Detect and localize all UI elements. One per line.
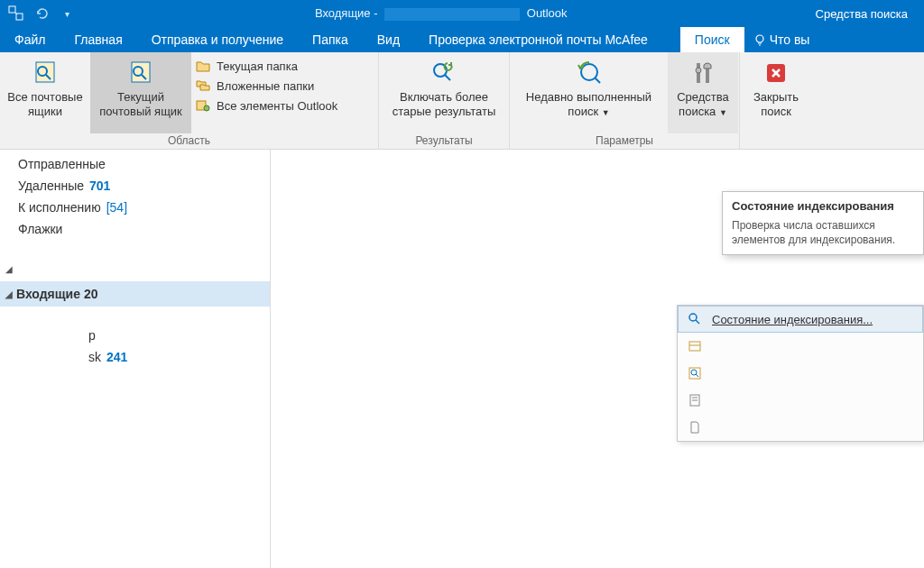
indexing-status-label: Состояние индексирования... xyxy=(712,313,914,326)
tab-search[interactable]: Поиск xyxy=(680,27,744,52)
account-header[interactable]: ◢ xyxy=(0,256,270,281)
svg-line-27 xyxy=(696,374,698,377)
folder-inbox-label: Входящие xyxy=(16,287,80,301)
indexing-status-item[interactable]: Состояние индексирования... xyxy=(678,306,923,333)
title-account-redacted xyxy=(384,8,520,21)
folder-followup-label: К исполнению xyxy=(18,200,101,215)
subfolders-label: Вложенные папки xyxy=(217,79,314,93)
tab-sendreceive[interactable]: Отправка и получение xyxy=(137,27,298,52)
dropdown-item-4[interactable] xyxy=(678,387,923,414)
outlook-items-icon xyxy=(195,97,211,114)
dropdown-item-3[interactable] xyxy=(678,360,923,387)
group-options: Недавно выполненный поиск ▼ Средства пои… xyxy=(510,52,740,149)
svg-point-12 xyxy=(204,105,209,111)
search-tools-dropdown: Состояние индексирования... xyxy=(677,305,924,442)
mailbox-search-icon xyxy=(126,58,155,88)
group-scope: Все почтовые ящики Текущий почтовый ящик… xyxy=(0,52,379,149)
folder-icon xyxy=(195,58,211,74)
include-older-button[interactable]: Включать более старые результаты xyxy=(379,52,509,133)
title-suffix: Outlook xyxy=(527,6,568,20)
subfolders-item[interactable]: Вложенные папки xyxy=(195,78,337,94)
folder-pane: Отправленные Удаленные 701 К исполнению … xyxy=(0,150,271,568)
tooltip: Состояние индексирования Проверка числа … xyxy=(722,191,924,255)
search-tools-button[interactable]: Средства поиска ▼ xyxy=(668,52,738,133)
tools-icon xyxy=(689,58,716,88)
lightbulb-icon xyxy=(753,33,766,46)
current-folder-label: Текущая папка xyxy=(217,60,298,73)
account-label xyxy=(16,261,20,276)
svg-line-22 xyxy=(696,320,699,324)
window-title: Входящие - Outlook xyxy=(83,6,799,21)
group-options-label: Параметры xyxy=(510,134,739,149)
folder-deleted[interactable]: Удаленные 701 xyxy=(0,175,270,197)
folder-inbox[interactable]: ◢ Входящие 20 xyxy=(0,281,270,307)
group-scope-label: Область xyxy=(0,134,378,149)
svg-rect-23 xyxy=(689,342,700,351)
recent-searches-button[interactable]: Недавно выполненный поиск ▼ xyxy=(510,52,668,133)
folder-sub3-suffix: sk xyxy=(88,350,101,364)
folder-sent[interactable]: Отправленные xyxy=(0,153,270,175)
folder-flags[interactable]: Флажки xyxy=(0,218,270,240)
svg-point-21 xyxy=(689,314,697,321)
title-bar: ▾ Входящие - Outlook Средства поиска xyxy=(0,0,924,27)
tell-me-label: Что вы xyxy=(770,32,810,47)
tooltip-body: Проверка числа оставшихся элементов для … xyxy=(732,218,914,247)
folder-sub-1[interactable] xyxy=(0,307,270,325)
tab-view[interactable]: Вид xyxy=(363,27,414,52)
folder-sub-3[interactable]: xxxxxxsk 241 xyxy=(0,346,270,368)
tab-folder[interactable]: Папка xyxy=(298,27,363,52)
folder-flags-label: Флажки xyxy=(18,222,62,236)
locations-icon xyxy=(687,338,703,354)
contextual-tab-label: Средства поиска xyxy=(799,0,924,27)
tooltip-title: Состояние индексирования xyxy=(732,199,914,213)
svg-line-16 xyxy=(595,78,600,83)
tools-label: Средства поиска ▼ xyxy=(668,90,738,118)
tab-file[interactable]: Файл xyxy=(0,27,60,52)
close-search-button[interactable]: Закрыть поиск xyxy=(740,52,812,133)
group-results: Включать более старые результаты Результ… xyxy=(379,52,510,149)
search-status-icon xyxy=(687,311,703,327)
quick-access-toolbar: ▾ xyxy=(0,5,83,23)
all-outlook-items[interactable]: Все элементы Outlook xyxy=(195,97,337,114)
tab-mcafee[interactable]: Проверка электронной почты McAfee xyxy=(414,27,662,52)
qat-customize-icon[interactable]: ▾ xyxy=(58,5,76,23)
current-mailbox-label: Текущий почтовый ящик xyxy=(90,90,191,118)
dropdown-item-2[interactable] xyxy=(678,333,923,360)
title-prefix: Входящие - xyxy=(315,6,378,20)
recent-label: Недавно выполненный поиск ▼ xyxy=(510,90,668,118)
group-close: Закрыть поиск xyxy=(740,52,812,149)
doc-icon xyxy=(687,419,703,435)
svg-line-14 xyxy=(445,75,450,80)
dropdown-item-5[interactable] xyxy=(678,414,923,441)
mailbox-search-icon xyxy=(31,58,60,88)
current-mailbox-button[interactable]: Текущий почтовый ящик xyxy=(90,52,191,133)
ribbon: Все почтовые ящики Текущий почтовый ящик… xyxy=(0,52,924,150)
folder-sub-2[interactable]: xxxxxxр xyxy=(0,325,270,346)
current-folder-item[interactable]: Текущая папка xyxy=(195,58,337,74)
group-results-label: Результаты xyxy=(379,134,509,149)
collapse-icon: ◢ xyxy=(5,264,13,274)
subfolders-icon xyxy=(195,78,211,94)
folder-deleted-count: 701 xyxy=(89,179,110,193)
all-outlook-label: Все элементы Outlook xyxy=(217,99,337,113)
tab-home[interactable]: Главная xyxy=(60,27,136,52)
advanced-find-icon xyxy=(687,365,703,381)
include-older-label: Включать более старые результаты xyxy=(379,90,509,118)
all-mailboxes-label: Все почтовые ящики xyxy=(0,90,90,118)
refresh-search-icon xyxy=(430,58,458,88)
ribbon-tabs: Файл Главная Отправка и получение Папка … xyxy=(0,27,924,52)
folder-sub2-suffix: р xyxy=(88,328,96,343)
svg-rect-1 xyxy=(16,14,23,20)
group-close-label xyxy=(740,134,812,149)
folder-followup[interactable]: К исполнению [54] xyxy=(0,197,270,218)
folder-deleted-label: Удаленные xyxy=(18,179,84,193)
folder-inbox-count: 20 xyxy=(84,287,98,301)
app-icon[interactable] xyxy=(7,5,25,23)
all-mailboxes-button[interactable]: Все почтовые ящики xyxy=(0,52,90,133)
svg-rect-0 xyxy=(9,6,15,13)
search-options-icon xyxy=(687,392,703,408)
svg-point-18 xyxy=(696,68,701,73)
tell-me[interactable]: Что вы xyxy=(744,27,819,52)
svg-point-2 xyxy=(756,35,763,42)
undo-icon[interactable] xyxy=(32,5,51,23)
